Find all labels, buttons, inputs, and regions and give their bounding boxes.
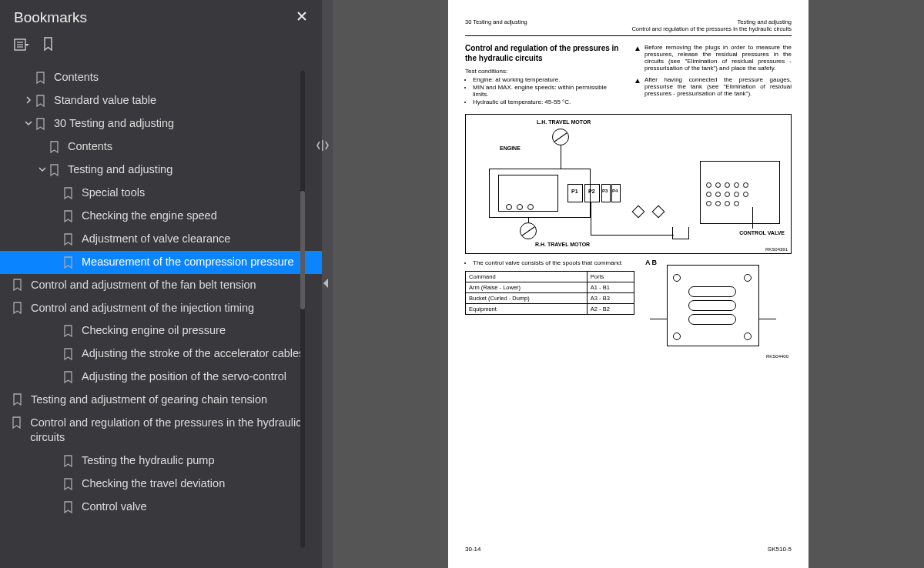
label-engine: ENGINE xyxy=(500,145,521,151)
bookmark-label: Adjusting the stroke of the accelerator … xyxy=(82,346,304,362)
panel-header: Bookmarks xyxy=(0,0,322,32)
bookmark-label: Contents xyxy=(54,70,99,85)
bookmark-label: Control and regulation of the pressures … xyxy=(30,416,322,446)
bookmark-icon xyxy=(48,140,62,154)
bookmark-label: Measurement of the compression pressure xyxy=(82,255,294,270)
lower-left: The control valve consists of the spools… xyxy=(465,259,634,357)
bookmark-item[interactable]: Control and regulation of the pressures … xyxy=(0,412,322,449)
warning-icon: ▲ xyxy=(634,76,641,97)
bookmark-label: Checking the engine speed xyxy=(82,209,217,224)
bookmark-icon xyxy=(62,209,75,223)
bookmark-item[interactable]: Adjusting the stroke of the accelerator … xyxy=(0,342,322,366)
bookmark-icon xyxy=(34,94,48,108)
drag-handle-icon[interactable] xyxy=(316,139,330,155)
lower-row: The control valve consists of the spools… xyxy=(465,259,792,357)
collapse-arrow-icon[interactable] xyxy=(323,279,328,288)
header-right: Testing and adjusting Control and regula… xyxy=(631,18,792,32)
bookmark-icon xyxy=(62,477,75,491)
content-columns: Control and regulation of the pressures … xyxy=(465,44,792,106)
bookmark-icon xyxy=(62,232,75,246)
bookmark-item[interactable]: Adjustment of valve clearance xyxy=(0,228,322,251)
pdf-page: 30 Testing and adjusting Testing and adj… xyxy=(448,0,808,568)
bookmark-label: Adjustment of valve clearance xyxy=(82,232,230,247)
header-left: 30 Testing and adjusting xyxy=(465,18,527,32)
diagram2-ref: RKS04400 xyxy=(766,354,788,359)
control-valve-note: The control valve consists of the spools… xyxy=(465,259,634,266)
condition-item: Hydraulic oil temperature: 45-55 °C. xyxy=(473,99,623,105)
chevron-icon[interactable] xyxy=(23,119,34,129)
section-title: Control and regulation of the pressures … xyxy=(465,44,623,63)
bookmark-item[interactable]: Testing and adjusting xyxy=(0,159,322,182)
bookmark-icon xyxy=(10,416,24,429)
bookmark-item[interactable]: Testing the hydraulic pump xyxy=(0,449,322,473)
right-column: ▲ Before removing the plugs in order to … xyxy=(634,44,792,106)
bookmark-icon xyxy=(11,278,25,292)
page-footer: 30-14 SK510-5 xyxy=(465,546,792,553)
bookmark-label: Testing and adjustment of gearing chain … xyxy=(31,393,267,408)
bookmark-label: Contents xyxy=(68,139,112,155)
bookmark-item[interactable]: Standard value table xyxy=(0,89,322,112)
command-ports-table: CommandPorts Arm (Raise - Lower)A1 - B1 … xyxy=(465,271,634,315)
page-header: 30 Testing and adjusting Testing and adj… xyxy=(465,18,792,32)
bookmark-label: Testing and adjusting xyxy=(68,162,172,178)
bookmark-icon xyxy=(62,256,75,269)
label-control-valve: CONTROL VALVE xyxy=(739,230,785,236)
bookmark-item[interactable]: Special tools xyxy=(0,182,322,205)
bookmark-item[interactable]: 30 Testing and adjusting xyxy=(0,112,322,135)
left-column: Control and regulation of the pressures … xyxy=(465,44,623,106)
chevron-icon[interactable] xyxy=(37,165,48,175)
bookmark-item[interactable]: Contents xyxy=(0,66,322,89)
page-number: 30-14 xyxy=(465,546,480,553)
bookmark-item[interactable]: Control and adjustment of the injection … xyxy=(0,297,322,320)
bookmarks-panel: Bookmarks ContentsStandard value table30… xyxy=(0,0,322,568)
bookmark-item[interactable]: Control and adjustment of the fan belt t… xyxy=(0,274,322,297)
label-lh-motor: L.H. TRAVEL MOTOR xyxy=(537,119,591,125)
warning-icon: ▲ xyxy=(634,44,641,72)
bookmark-item[interactable]: Checking the engine speed xyxy=(0,205,322,228)
bookmark-item[interactable]: Checking the travel deviation xyxy=(0,473,322,496)
doc-code: SK510-5 xyxy=(768,546,792,553)
panel-title: Bookmarks xyxy=(14,9,87,26)
bookmark-icon xyxy=(62,454,75,468)
bookmark-icon xyxy=(11,393,25,406)
bookmark-icon xyxy=(34,71,48,85)
bookmark-tree[interactable]: ContentsStandard value table30 Testing a… xyxy=(0,63,322,568)
outline-options-icon[interactable] xyxy=(14,38,31,55)
warning-1: ▲ Before removing the plugs in order to … xyxy=(634,44,792,72)
bookmark-item[interactable]: Adjusting the position of the servo-cont… xyxy=(0,366,322,389)
hydraulic-diagram: L.H. TRAVEL MOTOR ENGINE R.H. TRAVEL MOT… xyxy=(465,114,792,254)
bookmark-item[interactable]: Control valve xyxy=(0,496,322,519)
close-icon[interactable] xyxy=(296,10,308,26)
bookmark-icon xyxy=(11,301,25,315)
bookmark-item[interactable]: Measurement of the compression pressure xyxy=(0,251,322,274)
header-rule xyxy=(465,35,792,36)
chevron-icon[interactable] xyxy=(23,96,34,105)
scrollbar-track xyxy=(300,71,305,548)
bookmark-label: 30 Testing and adjusting xyxy=(54,116,174,132)
label-rh-motor: R.H. TRAVEL MOTOR xyxy=(535,242,590,247)
bookmark-label: Adjusting the position of the servo-cont… xyxy=(82,369,286,385)
warning-2: ▲ After having connected the pressure ga… xyxy=(634,76,792,97)
bookmark-label: Control valve xyxy=(82,500,147,515)
bookmark-icon xyxy=(62,324,75,338)
bookmark-label: Control and adjustment of the injection … xyxy=(31,301,254,316)
bookmark-icon xyxy=(62,500,75,514)
bookmark-icon xyxy=(62,347,75,361)
scrollbar-thumb[interactable] xyxy=(300,191,305,309)
bookmark-item[interactable]: Testing and adjustment of gearing chain … xyxy=(0,389,322,412)
condition-item: MIN and MAX. engine speeds: within permi… xyxy=(473,84,623,98)
bookmark-label: Standard value table xyxy=(54,93,156,109)
panel-toolbar xyxy=(0,32,322,63)
bookmark-label: Special tools xyxy=(82,185,145,201)
bookmark-label: Checking engine oil pressure xyxy=(82,323,226,339)
bookmark-icon xyxy=(48,163,62,177)
condition-item: Engine: at working temperature. xyxy=(473,76,623,83)
pane-splitter[interactable] xyxy=(322,0,333,568)
bookmark-label: Testing the hydraulic pump xyxy=(82,453,215,469)
bookmark-icon xyxy=(62,186,75,200)
bookmark-icon xyxy=(34,117,48,131)
bookmark-item[interactable]: Contents xyxy=(0,135,322,159)
bookmark-ribbon-icon[interactable] xyxy=(42,37,55,55)
document-viewer[interactable]: 30 Testing and adjusting Testing and adj… xyxy=(333,0,924,568)
bookmark-item[interactable]: Checking engine oil pressure xyxy=(0,319,322,342)
